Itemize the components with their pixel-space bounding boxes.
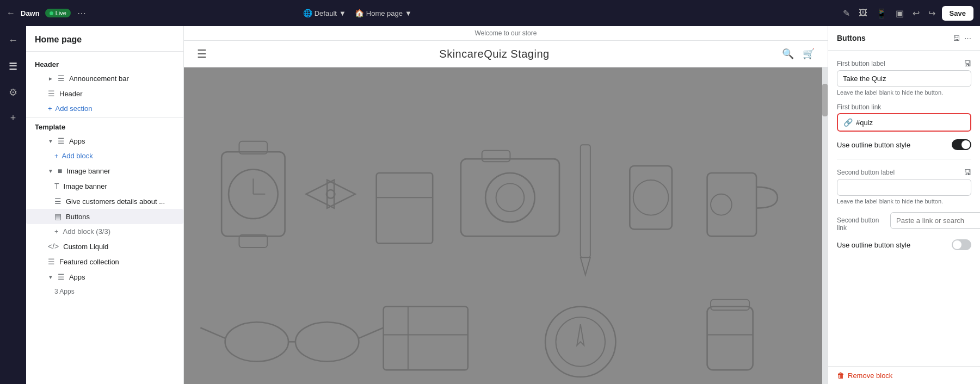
hamburger-icon[interactable]: ☰ — [197, 47, 207, 60]
svg-marker-31 — [577, 324, 584, 345]
grid-icon[interactable]: ▣ — [893, 6, 906, 21]
sidebar-item-three-apps: 3 Apps — [26, 284, 183, 299]
cart-icon[interactable]: 🛒 — [803, 48, 815, 60]
canvas-hero — [184, 67, 822, 384]
sidebar-announcement-label: Announcement bar — [69, 75, 129, 83]
toggle-knob-2 — [953, 240, 961, 249]
right-panel: Buttons 🖫 ⋯ First button label 🖫 Leave t… — [828, 26, 980, 384]
second-button-label-input[interactable] — [837, 179, 971, 196]
sidebar-item-image-banner-sub[interactable]: T Image banner — [26, 178, 183, 194]
search-icon[interactable]: 🔍 — [782, 48, 794, 60]
sidebar-item-give-customers[interactable]: ☰ Give customers details about ... — [26, 194, 183, 209]
add-block-33-icon: + — [54, 227, 59, 236]
sidebar-custom-liquid-label: Custom Liquid — [63, 243, 108, 251]
sidebar-item-image-banner[interactable]: ▼ ■ Image banner — [26, 163, 183, 178]
add-section-plus-icon: + — [48, 104, 52, 113]
sidebar-item-featured-collection[interactable]: ☰ Featured collection — [26, 254, 183, 269]
sidebar-item-add-block-33: + Add block (3/3) — [26, 224, 183, 239]
more-button[interactable]: ⋯ — [77, 8, 86, 18]
canvas-store-name: SkincareQuiz Staging — [439, 48, 549, 60]
add-section-button[interactable]: + Add section — [26, 101, 183, 116]
apps-bottom-chevron-icon: ▼ — [48, 274, 53, 280]
svg-line-24 — [200, 328, 225, 338]
canvas-wrapper — [184, 67, 828, 384]
buttons-icon: ▤ — [54, 212, 61, 221]
sidebar-give-customers-label: Give customers details about ... — [66, 197, 165, 206]
svg-marker-6 — [306, 180, 334, 208]
sidebar-featured-collection-label: Featured collection — [59, 258, 119, 266]
svg-rect-33 — [711, 300, 749, 310]
toggle-knob-1 — [961, 140, 970, 149]
svg-rect-15 — [581, 145, 590, 257]
first-button-label-input[interactable] — [837, 70, 971, 87]
second-button-label-group: Second button label 🖫 Leave the label bl… — [837, 168, 971, 205]
sidebar-item-custom-liquid[interactable]: </> Custom Liquid — [26, 239, 183, 254]
scrollbar-thumb[interactable] — [822, 84, 828, 116]
second-button-link-input[interactable] — [890, 212, 980, 229]
canvas-store-bar: Welcome to our store — [184, 26, 828, 41]
svg-point-12 — [485, 173, 535, 222]
sidebar-item-apps[interactable]: ▼ ☰ Apps — [26, 133, 183, 148]
svg-line-25 — [359, 328, 383, 338]
nav-apps-icon[interactable]: + — [8, 110, 19, 126]
svg-rect-32 — [707, 307, 753, 370]
live-label: Live — [56, 10, 66, 16]
redo-icon[interactable]: ↪ — [926, 6, 938, 21]
first-button-label-row: First button label 🖫 — [837, 59, 971, 68]
nav-back-icon[interactable]: ← — [6, 33, 20, 48]
right-panel-title: Buttons — [837, 34, 866, 42]
apps-chevron-icon: ▼ — [48, 138, 53, 144]
image-banner-icon: ■ — [58, 166, 62, 175]
image-banner-chevron-icon: ▼ — [48, 168, 53, 174]
first-button-link-input[interactable] — [856, 119, 965, 127]
nav-sections-icon[interactable]: ☰ — [7, 58, 20, 75]
second-button-link-group: Second button link — [837, 212, 971, 232]
customize-icon[interactable]: ✎ — [841, 6, 852, 21]
store-name: Dawn — [21, 9, 40, 17]
first-button-link-field[interactable]: 🔗 — [837, 113, 971, 132]
svg-rect-17 — [630, 166, 672, 229]
sidebar-item-header[interactable]: ☰ Header — [26, 86, 183, 101]
canvas-store-actions: 🔍 🛒 — [782, 48, 815, 60]
main-layout: ← ☰ ⚙ + Home page Header ► ☰ Announcemen… — [0, 26, 980, 384]
header-icon: ☰ — [48, 89, 55, 98]
panel-more-icon[interactable]: ⋯ — [964, 34, 971, 42]
separator-panel — [837, 159, 971, 159]
homepage-selector[interactable]: 🏠 Home page ▼ — [355, 9, 412, 17]
save-button[interactable]: Save — [942, 6, 973, 21]
desktop-icon[interactable]: 🖼 — [856, 6, 870, 20]
remove-icon: 🗑 — [837, 371, 845, 380]
panel-save-icon[interactable]: 🖫 — [953, 34, 960, 42]
sidebar-item-apps-bottom[interactable]: ▼ ☰ Apps — [26, 269, 183, 284]
canvas: Welcome to our store ☰ SkincareQuiz Stag… — [184, 26, 828, 384]
svg-rect-14 — [482, 151, 510, 162]
sidebar-item-buttons[interactable]: ▤ Buttons — [26, 209, 183, 224]
sidebar-header-label: Header — [59, 90, 83, 98]
give-customers-icon: ☰ — [54, 197, 61, 206]
outline-style-label-1: Use outline button style — [837, 141, 910, 149]
default-selector[interactable]: 🌐 Default ▼ — [303, 9, 346, 17]
undo-icon[interactable]: ↩ — [910, 6, 922, 21]
second-button-label-text: Second button label — [837, 169, 895, 176]
live-dot — [50, 11, 53, 15]
add-block-button[interactable]: + Add block — [26, 148, 183, 163]
outline-style-toggle-2[interactable] — [952, 239, 971, 250]
sidebar-item-announcement-bar[interactable]: ► ☰ Announcement bar — [26, 71, 183, 86]
second-button-label-row: Second button label 🖫 — [837, 168, 971, 177]
mobile-icon[interactable]: 📱 — [874, 6, 889, 21]
canvas-store-header: ☰ SkincareQuiz Staging 🔍 🛒 — [184, 41, 828, 67]
outline-style-row-2: Use outline button style — [837, 239, 971, 250]
sidebar-image-banner-label: Image banner — [66, 167, 110, 175]
svg-point-18 — [633, 180, 669, 215]
homepage-chevron: ▼ — [405, 9, 412, 17]
default-label: Default — [315, 9, 337, 17]
sidebar-header-section: Header — [26, 56, 183, 71]
nav-settings-icon[interactable]: ⚙ — [7, 84, 20, 101]
outline-style-toggle-1[interactable] — [952, 139, 971, 150]
remove-block-button[interactable]: 🗑 Remove block — [828, 366, 980, 384]
live-badge: Live — [45, 9, 71, 17]
canvas-scrollbar[interactable] — [822, 67, 828, 384]
sidebar-image-banner-sub-label: Image banner — [64, 182, 107, 190]
left-nav: ← ☰ ⚙ + — [0, 26, 26, 384]
back-button[interactable]: ← — [7, 8, 15, 18]
